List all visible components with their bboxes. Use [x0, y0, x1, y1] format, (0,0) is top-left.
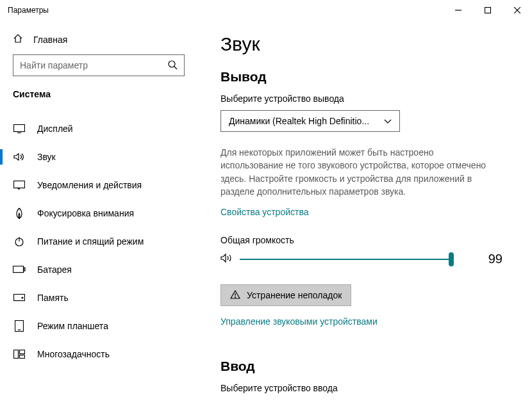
sidebar-item-label: Питание и спящий режим — [37, 236, 144, 247]
page-title: Звук — [220, 33, 506, 55]
titlebar: Параметры — [0, 0, 532, 20]
svg-rect-12 — [24, 268, 25, 271]
focus-icon — [13, 207, 26, 219]
home-icon — [13, 33, 23, 45]
input-heading: Ввод — [220, 359, 506, 374]
sidebar-item-label: Звук — [37, 152, 56, 162]
storage-icon — [13, 294, 26, 302]
sidebar-item-display[interactable]: Дисплей — [0, 115, 197, 143]
window-title: Параметры — [8, 6, 49, 15]
troubleshoot-label: Устранение неполадок — [247, 290, 342, 300]
slider-thumb[interactable] — [449, 252, 454, 266]
svg-line-5 — [174, 67, 177, 69]
svg-rect-6 — [14, 125, 25, 132]
notifications-icon — [13, 181, 26, 190]
volume-icon[interactable] — [220, 253, 233, 265]
tablet-icon — [13, 320, 26, 332]
nav-list: Дисплей Звук Уведомления и действия Фоку… — [0, 115, 197, 368]
manage-devices-link[interactable]: Управление звуковыми устройствами — [220, 316, 378, 327]
maximize-button[interactable] — [473, 0, 503, 20]
sidebar-item-multitasking[interactable]: Многозадачность — [0, 340, 197, 368]
svg-point-4 — [169, 61, 175, 67]
multitasking-icon — [13, 350, 26, 359]
volume-label: Общая громкость — [220, 235, 506, 245]
output-device-label: Выберите устройство вывода — [220, 93, 506, 104]
sidebar-item-label: Многозадачность — [37, 349, 110, 359]
chevron-down-icon — [384, 116, 392, 126]
troubleshoot-button[interactable]: Устранение неполадок — [220, 284, 351, 306]
sidebar-item-label: Фокусировка внимания — [37, 208, 134, 218]
sidebar-item-label: Батарея — [37, 264, 72, 275]
sidebar-item-notifications[interactable]: Уведомления и действия — [0, 171, 197, 199]
sidebar-item-label: Дисплей — [37, 124, 73, 134]
sidebar-item-storage[interactable]: Память — [0, 284, 197, 312]
sidebar-item-battery[interactable]: Батарея — [0, 256, 197, 284]
power-icon — [13, 236, 26, 247]
volume-value: 99 — [483, 252, 503, 266]
sidebar-item-focus[interactable]: Фокусировка внимания — [0, 199, 197, 227]
output-description: Для некоторых приложений может быть наст… — [220, 146, 496, 198]
search-icon — [167, 60, 178, 72]
sidebar-item-label: Память — [37, 293, 69, 303]
sidebar: Главная Найти параметр Система Дисплей З… — [0, 20, 197, 406]
device-properties-link[interactable]: Свойства устройства — [220, 207, 309, 217]
sidebar-item-tablet[interactable]: Режим планшета — [0, 312, 197, 340]
sidebar-item-label: Уведомления и действия — [37, 180, 142, 190]
svg-point-21 — [235, 296, 236, 297]
input-device-label: Выберите устройство ввода — [220, 383, 506, 393]
svg-rect-11 — [13, 266, 24, 273]
svg-rect-17 — [14, 350, 19, 359]
home-label: Главная — [33, 35, 67, 45]
battery-icon — [13, 266, 26, 273]
svg-rect-8 — [14, 181, 25, 188]
dropdown-value: Динамики (Realtek High Definitio... — [229, 116, 384, 126]
sidebar-item-power[interactable]: Питание и спящий режим — [0, 227, 197, 256]
output-heading: Вывод — [220, 69, 506, 85]
svg-point-14 — [22, 297, 23, 298]
window-controls — [444, 0, 532, 20]
display-icon — [13, 124, 26, 133]
svg-rect-19 — [20, 355, 25, 359]
sidebar-item-label: Режим планшета — [37, 321, 108, 331]
svg-rect-18 — [20, 350, 25, 354]
sound-icon — [13, 152, 26, 161]
close-button[interactable] — [503, 0, 532, 20]
volume-slider[interactable] — [240, 259, 451, 260]
search-placeholder: Найти параметр — [20, 60, 167, 70]
svg-rect-1 — [485, 8, 491, 13]
main-pane: Звук Вывод Выберите устройство вывода Ди… — [197, 20, 532, 406]
minimize-button[interactable] — [444, 0, 473, 20]
category-header: Система — [0, 89, 197, 106]
warning-icon — [230, 290, 240, 301]
volume-slider-row: 99 — [220, 252, 503, 266]
home-link[interactable]: Главная — [0, 28, 197, 54]
search-input[interactable]: Найти параметр — [13, 54, 185, 76]
sidebar-item-sound[interactable]: Звук — [0, 143, 197, 171]
output-device-dropdown[interactable]: Динамики (Realtek High Definitio... — [220, 110, 400, 132]
